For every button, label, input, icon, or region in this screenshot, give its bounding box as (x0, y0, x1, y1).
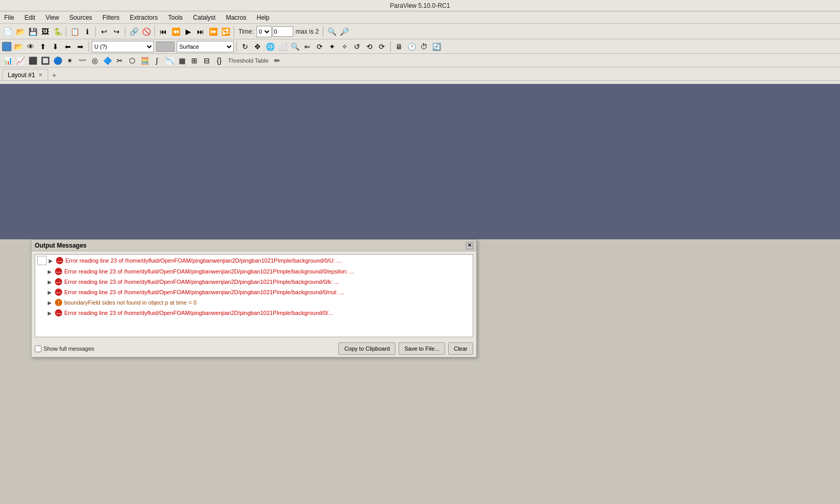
menu-extractors[interactable]: Extractors (128, 13, 160, 22)
interact-select[interactable]: ✥ (252, 41, 263, 52)
histogram-icon[interactable]: ▦ (176, 55, 188, 66)
show-full-label[interactable]: Show full messages (35, 345, 94, 352)
save-button[interactable]: 💾 (27, 26, 38, 37)
glyph-icon[interactable]: ✴ (64, 55, 76, 66)
menu-sources[interactable]: Sources (67, 13, 94, 22)
time-select[interactable]: 0 (257, 26, 272, 37)
clock-button[interactable]: 🕐 (406, 41, 417, 52)
disconnect-button[interactable]: 🚫 (140, 26, 152, 37)
sphere-icon[interactable]: 🔵 (52, 55, 63, 66)
interact-globe[interactable]: 🌐 (264, 41, 276, 52)
copy-clipboard-button[interactable]: Copy to Clipboard (338, 342, 395, 355)
tab-layout1[interactable]: Layout #1 ✕ (2, 69, 48, 80)
group-checkbox[interactable] (37, 256, 47, 265)
chart-line[interactable]: 📈 (15, 55, 26, 66)
interact-arrows[interactable]: ⇐ (302, 41, 313, 52)
tab-bar: Layout #1 ✕ + (0, 67, 840, 81)
output-messages-list[interactable]: ▶ — Error reading line 23 of /home/dyflu… (35, 254, 473, 337)
redo-button[interactable]: ↪ (111, 26, 122, 37)
error-icon-3: — (55, 289, 62, 296)
save-screenshot-button[interactable]: 🖼 (39, 26, 51, 37)
message-group-header: ▶ — Error reading line 23 of /home/dyflu… (35, 255, 473, 266)
information-button[interactable]: ℹ (81, 26, 93, 37)
new-button[interactable]: 📄 (2, 26, 13, 37)
expand-icon-4[interactable]: ▶ (48, 300, 53, 306)
interact-rotate[interactable]: ↻ (239, 41, 251, 52)
last-frame-button[interactable]: ⏩ (207, 26, 219, 37)
interact-box[interactable]: ⬜ (277, 41, 288, 52)
surface-select[interactable]: Surface (177, 41, 234, 52)
open-button[interactable]: 📂 (15, 26, 26, 37)
interact-rot3[interactable]: ↺ (351, 41, 363, 52)
threshold-icon[interactable]: ⊟ (201, 55, 212, 66)
error-icon-1: — (55, 268, 62, 275)
tab-add-button[interactable]: + (49, 70, 60, 80)
menu-filters[interactable]: Filters (101, 13, 122, 22)
wireframe-icon[interactable]: 🔲 (39, 55, 51, 66)
undo-button[interactable]: ↩ (98, 26, 110, 37)
menu-edit[interactable]: Edit (22, 13, 37, 22)
pipeline-left-button[interactable]: ⬅ (62, 41, 74, 52)
expand-icon-2[interactable]: ▶ (48, 279, 53, 285)
stream-icon[interactable]: 〰 (77, 55, 88, 66)
contour-icon[interactable]: ◎ (89, 55, 101, 66)
menu-help[interactable]: Help (254, 13, 272, 22)
output-close-button[interactable]: ✕ (466, 242, 473, 249)
save-to-file-button[interactable]: Save to File... (398, 342, 445, 355)
pipeline-down-button[interactable]: ⬇ (50, 41, 61, 52)
render-button[interactable]: 🖥 (393, 41, 405, 52)
menu-macros[interactable]: Macros (224, 13, 248, 22)
spread-icon[interactable]: ⊞ (189, 55, 200, 66)
pipeline-right-button[interactable]: ➡ (75, 41, 86, 52)
menu-tools[interactable]: Tools (166, 13, 185, 22)
calculator-icon[interactable]: 🧮 (139, 55, 150, 66)
integrate-icon[interactable]: ∫ (151, 55, 163, 66)
show-full-checkbox[interactable] (35, 345, 41, 352)
message-text-1: Error reading line 23 of /home/dyfluid/O… (64, 268, 354, 275)
chart-bar[interactable]: 📊 (2, 55, 13, 66)
expand-icon-5[interactable]: ▶ (48, 310, 53, 316)
zoom-in-button[interactable]: 🔍 (326, 26, 337, 37)
prev-frame-button[interactable]: ⏪ (170, 26, 181, 37)
zoom-out-button[interactable]: 🔎 (338, 26, 350, 37)
next-step-button[interactable]: ⏭ (195, 26, 206, 37)
menu-view[interactable]: View (44, 13, 61, 22)
first-frame-button[interactable]: ⏮ (158, 26, 169, 37)
threshold-table-label: Threshold Table (228, 57, 268, 64)
expand-icon[interactable]: ▶ (49, 258, 54, 264)
expand-icon-3[interactable]: ▶ (48, 290, 53, 295)
tab-close-icon[interactable]: ✕ (38, 72, 42, 78)
play-button[interactable]: ▶ (182, 26, 194, 37)
interact-pick2[interactable]: ✧ (339, 41, 350, 52)
eye-button[interactable]: 👁 (25, 41, 36, 52)
edit-color-btn[interactable]: ✏ (272, 55, 283, 66)
interact-rot2[interactable]: ⟳ (314, 41, 325, 52)
plot-icon[interactable]: 📉 (164, 55, 175, 66)
extract-icon[interactable]: ⬡ (126, 55, 138, 66)
refresh-button[interactable]: 🔄 (431, 41, 442, 52)
output-messages-panel: Output Messages ✕ ▶ — Error reading line… (31, 239, 477, 357)
iso-icon[interactable]: {} (213, 55, 225, 66)
interact-rot5[interactable]: ⟳ (376, 41, 388, 52)
time-step-input[interactable] (273, 26, 293, 37)
interact-rot4[interactable]: ⟲ (364, 41, 375, 52)
solid-color-button[interactable] (2, 42, 11, 51)
pipeline-browser-button[interactable]: 📋 (69, 26, 80, 37)
pipeline-up-button[interactable]: ⬆ (37, 41, 49, 52)
message-text-2: Error reading line 23 of /home/dyfluid/O… (64, 279, 339, 285)
open-folder-button[interactable]: 📂 (12, 41, 24, 52)
slice-icon[interactable]: 🔷 (102, 55, 113, 66)
python-shell-button[interactable]: 🐍 (52, 26, 63, 37)
interact-zoom[interactable]: 🔍 (289, 41, 301, 52)
clip-icon[interactable]: ✂ (114, 55, 125, 66)
interact-pick[interactable]: ✦ (326, 41, 338, 52)
connect-button[interactable]: 🔗 (128, 26, 139, 37)
menu-catalyst[interactable]: Catalyst (191, 13, 218, 22)
cube-icon[interactable]: ⬛ (27, 55, 38, 66)
clear-button[interactable]: Clear (448, 342, 473, 355)
variable-select[interactable]: U (?) (92, 41, 154, 52)
loop-button[interactable]: 🔁 (220, 26, 231, 37)
expand-icon-1[interactable]: ▶ (48, 269, 53, 275)
menu-file[interactable]: File (2, 13, 16, 22)
timer-button[interactable]: ⏱ (418, 41, 430, 52)
